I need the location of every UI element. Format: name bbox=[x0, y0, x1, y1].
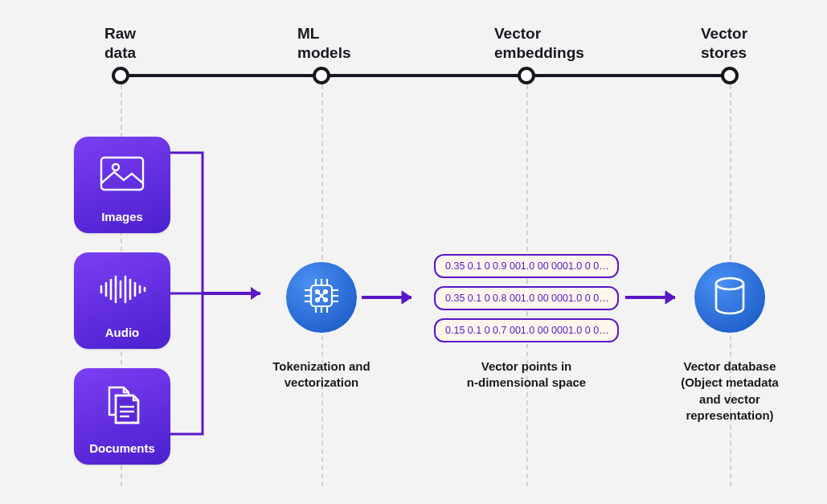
raw-data-column: Images Audio bbox=[74, 137, 170, 484]
stage-label-raw: Raw data bbox=[104, 24, 136, 63]
timeline-node-ml bbox=[313, 67, 330, 84]
ml-model-node bbox=[286, 262, 357, 333]
arrow-ml-to-vectors bbox=[362, 288, 426, 307]
raw-card-label: Documents bbox=[89, 441, 155, 455]
timeline-node-store bbox=[721, 67, 739, 84]
vector-pill: 0.35 0.1 0 0.8 001.0 00 0001.0 0 0… bbox=[434, 286, 619, 310]
caption-line: Vector points in bbox=[481, 359, 572, 373]
timeline-node-embed bbox=[518, 67, 535, 84]
documents-icon bbox=[74, 368, 170, 441]
vector-pill: 0.15 0.1 0 0.7 001.0 00 0001.0 0 0… bbox=[434, 318, 619, 342]
stage-label-line: embeddings bbox=[494, 44, 584, 61]
stage-label-line: ML bbox=[297, 25, 319, 42]
caption-line: and vector bbox=[699, 392, 760, 406]
store-caption: Vector database (Object metadata and vec… bbox=[665, 359, 794, 424]
ml-caption: Tokenization and vectorization bbox=[265, 359, 378, 391]
database-icon bbox=[712, 277, 747, 318]
stage-label-line: stores bbox=[701, 44, 747, 61]
svg-rect-0 bbox=[101, 158, 143, 190]
audio-icon bbox=[74, 252, 170, 326]
timeline-node-raw bbox=[112, 67, 129, 84]
raw-card-label: Images bbox=[101, 210, 143, 223]
stage-label-ml: ML models bbox=[297, 24, 351, 63]
caption-line: Tokenization and bbox=[272, 359, 370, 373]
caption-line: representation) bbox=[686, 408, 773, 422]
vector-db-node bbox=[694, 262, 765, 333]
embed-caption: Vector points in n-dimensional space bbox=[462, 359, 591, 391]
caption-line: (Object metadata bbox=[681, 375, 779, 389]
ai-chip-icon bbox=[301, 276, 342, 319]
stage-label-line: Vector bbox=[701, 25, 747, 42]
caption-line: n-dimensional space bbox=[467, 375, 586, 389]
arrow-vectors-to-db bbox=[625, 288, 690, 307]
timeline-line bbox=[119, 74, 730, 77]
images-icon bbox=[74, 137, 170, 210]
stage-label-line: Vector bbox=[494, 25, 541, 42]
caption-line: vectorization bbox=[285, 375, 359, 389]
vector-pill: 0.35 0.1 0 0.9 001.0 00 0001.0 0 0… bbox=[434, 254, 619, 278]
caption-line: Vector database bbox=[683, 359, 776, 373]
raw-card-label: Audio bbox=[105, 326, 140, 339]
connector-bracket bbox=[170, 137, 283, 466]
vector-embeddings-column: 0.35 0.1 0 0.9 001.0 00 0001.0 0 0… 0.35… bbox=[434, 254, 619, 342]
raw-card-audio: Audio bbox=[74, 252, 170, 349]
stage-label-line: models bbox=[297, 44, 351, 61]
stage-label-line: Raw bbox=[104, 25, 136, 42]
svg-point-1 bbox=[113, 164, 119, 170]
raw-card-documents: Documents bbox=[74, 368, 170, 465]
stage-label-embed: Vector embeddings bbox=[494, 24, 584, 63]
svg-point-34 bbox=[716, 278, 743, 289]
stage-label-store: Vector stores bbox=[701, 24, 747, 63]
raw-card-images: Images bbox=[74, 137, 170, 233]
diagram-root: Raw data ML models Vector embeddings Vec… bbox=[0, 0, 827, 504]
stage-label-line: data bbox=[104, 44, 136, 61]
